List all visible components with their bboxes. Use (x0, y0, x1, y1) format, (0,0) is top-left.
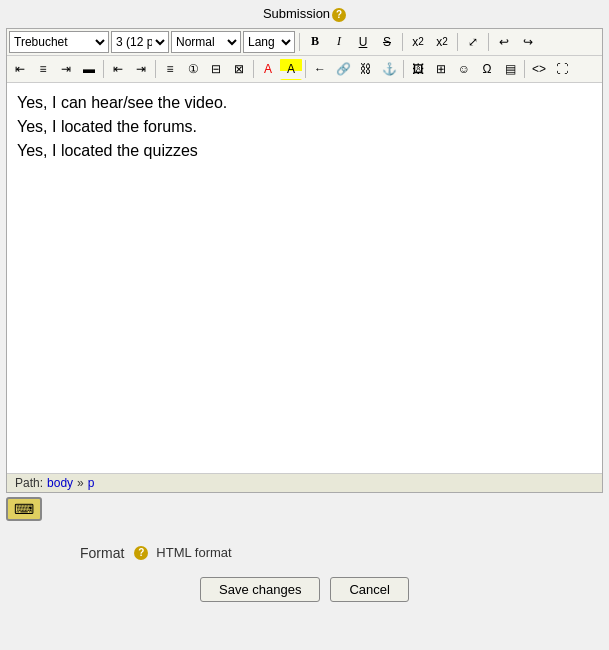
submission-help-icon[interactable]: ? (332, 8, 346, 22)
italic-button[interactable]: I (328, 31, 350, 53)
path-p-link[interactable]: p (88, 476, 95, 490)
unlink-button[interactable]: ⛓ (355, 58, 377, 80)
sep7 (253, 60, 254, 78)
indent-button[interactable]: ⇥ (130, 58, 152, 80)
font-size-select[interactable]: 1 (8pt) 2 (10pt) 3 (12 pt) 4 (14pt) 5 (1… (111, 31, 169, 53)
path-label: Path: (15, 476, 43, 490)
sep8 (305, 60, 306, 78)
align-left-button[interactable]: ⇤ (9, 58, 31, 80)
image-button[interactable]: 🖼 (407, 58, 429, 80)
path-bar: Path: body » p (7, 473, 602, 492)
cancel-button[interactable]: Cancel (330, 577, 408, 602)
highlight-color-button[interactable]: A (280, 58, 302, 80)
decrease-indent-button[interactable]: ← (309, 58, 331, 80)
strikethrough-button[interactable]: S (376, 31, 398, 53)
link-button[interactable]: 🔗 (332, 58, 354, 80)
anchor-button[interactable]: ⚓ (378, 58, 400, 80)
keyboard-icon: ⌨ (14, 501, 34, 517)
path-body-link[interactable]: body (47, 476, 73, 490)
buttons-row: Save changes Cancel (0, 577, 609, 602)
list-style-button[interactable]: ⊟ (205, 58, 227, 80)
table-button[interactable]: ⊞ (430, 58, 452, 80)
undo-button[interactable]: ↩ (493, 31, 515, 53)
superscript-button[interactable]: x2 (431, 31, 453, 53)
special-char-button[interactable]: Ω (476, 58, 498, 80)
save-changes-button[interactable]: Save changes (200, 577, 320, 602)
editor-container: Trebuchet Arial Times New Roman Courier … (6, 28, 603, 493)
sep9 (403, 60, 404, 78)
unordered-list-button[interactable]: ≡ (159, 58, 181, 80)
sep5 (103, 60, 104, 78)
align-center-button[interactable]: ≡ (32, 58, 54, 80)
path-arrow: » (77, 476, 84, 490)
font-family-select[interactable]: Trebuchet Arial Times New Roman Courier … (9, 31, 109, 53)
sep2 (402, 33, 403, 51)
ordered-list-button[interactable]: ① (182, 58, 204, 80)
sep3 (457, 33, 458, 51)
sep4 (488, 33, 489, 51)
emoji-button[interactable]: ☺ (453, 58, 475, 80)
sep10 (524, 60, 525, 78)
subscript-button[interactable]: x2 (407, 31, 429, 53)
text-color-button[interactable]: A (257, 58, 279, 80)
format-value: HTML format (156, 545, 231, 560)
keyboard-button[interactable]: ⌨ (6, 497, 42, 521)
underline-button[interactable]: U (352, 31, 374, 53)
outdent-button[interactable]: ⇤ (107, 58, 129, 80)
media-button[interactable]: ▤ (499, 58, 521, 80)
format-help-icon[interactable]: ? (134, 546, 148, 560)
redo-button[interactable]: ↪ (517, 31, 539, 53)
fullscreen-button[interactable]: ⛶ (551, 58, 573, 80)
sep1 (299, 33, 300, 51)
format-label: Format (80, 545, 124, 561)
html-button[interactable]: <> (528, 58, 550, 80)
submission-title: Submission (263, 6, 330, 21)
format-select[interactable]: Normal Heading 1 Heading 2 Heading 3 Par… (171, 31, 241, 53)
expand-button[interactable]: ⤢ (462, 31, 484, 53)
align-right-button[interactable]: ⇥ (55, 58, 77, 80)
lang-select[interactable]: Lang English French Spanish (243, 31, 295, 53)
bold-button[interactable]: B (304, 31, 326, 53)
justify-button[interactable]: ▬ (78, 58, 100, 80)
editor-body[interactable]: Yes, I can hear/see the video. Yes, I lo… (7, 83, 602, 473)
toolbar-row1: Trebuchet Arial Times New Roman Courier … (7, 29, 602, 56)
sep6 (155, 60, 156, 78)
toolbar-row2: ⇤ ≡ ⇥ ▬ ⇤ ⇥ ≡ ① ⊟ ⊠ A A ← 🔗 ⛓ ⚓ 🖼 ⊞ ☺ Ω … (7, 56, 602, 83)
list-indent-button[interactable]: ⊠ (228, 58, 250, 80)
format-section: Format ? HTML format (80, 545, 609, 561)
